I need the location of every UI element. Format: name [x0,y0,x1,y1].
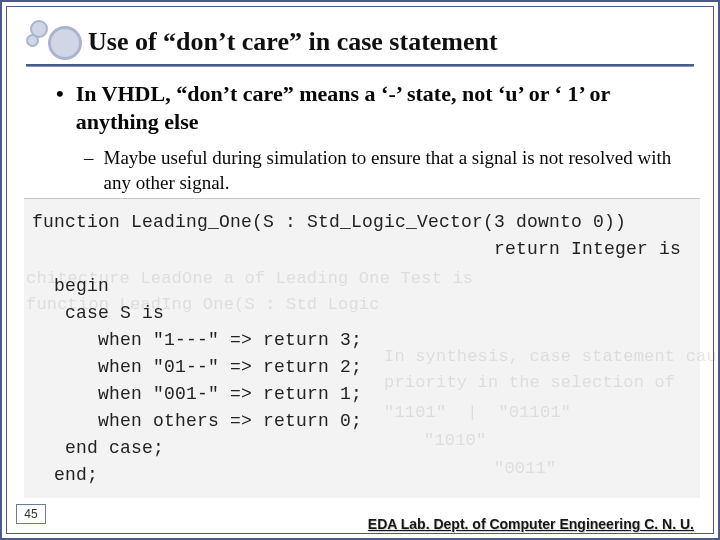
code-line: end; [32,462,692,489]
code-line: when "001-" => return 1; [32,381,692,408]
bullet-level-1: • In VHDL, “don’t care” means a ‘-’ stat… [56,80,678,136]
bullet-2-text: Maybe useful during simulation to ensure… [104,146,679,195]
code-blank [32,263,692,273]
bullet-level-2: – Maybe useful during simulation to ensu… [84,146,678,195]
slide-title: Use of “don’t care” in case statement [88,27,498,57]
slide-number: 45 [16,504,46,524]
slide: Use of “don’t care” in case statement • … [0,0,720,540]
code-line: return Integer is [32,236,692,263]
code-line: when "01--" => return 2; [32,354,692,381]
code-line: end case; [32,435,692,462]
bullet-dash-icon: – [84,146,94,195]
title-underline [26,64,694,67]
footer-text: EDA Lab. Dept. of Computer Engineering C… [368,516,694,532]
bullet-dot-icon: • [56,80,64,136]
code-figure: chitecture LeadOne a of Leading One Test… [24,198,700,498]
body: • In VHDL, “don’t care” means a ‘-’ stat… [56,80,678,195]
bullet-circles-icon [26,20,82,64]
code-line: when "1---" => return 3; [32,327,692,354]
code-line: function Leading_One(S : Std_Logic_Vecto… [32,209,692,236]
code-line: when others => return 0; [32,408,692,435]
bullet-1-text: In VHDL, “don’t care” means a ‘-’ state,… [76,80,678,136]
code-line: case S is [32,300,692,327]
code-line: begin [32,273,692,300]
header: Use of “don’t care” in case statement [26,16,694,68]
